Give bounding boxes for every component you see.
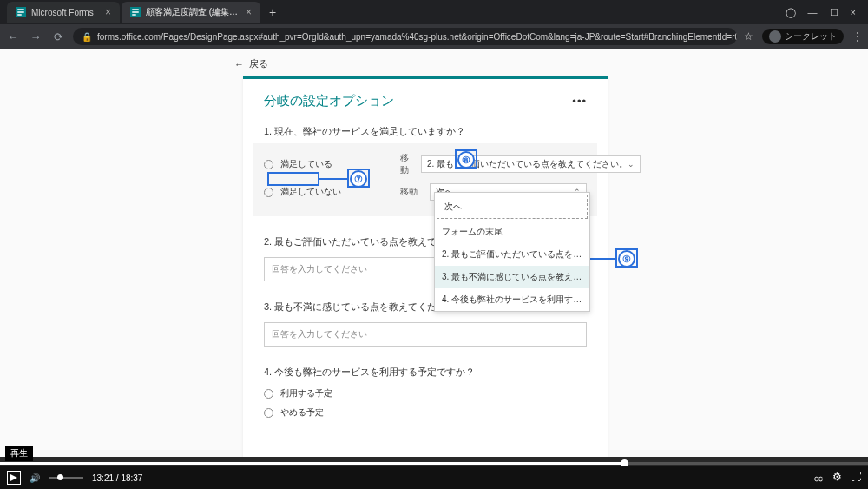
dropdown-item[interactable]: 2. 最もご評価いただいている点を教えてください。 <box>435 243 589 266</box>
card-title: 分岐の設定オプション <box>264 93 394 109</box>
option-row: 満足している 移動 2. 最もご評価いただいている点を教えてください。 ⌄ <box>264 152 587 176</box>
placeholder: 回答を入力してください <box>272 264 367 274</box>
option-row: 利用する予定 <box>264 387 587 400</box>
url-text: forms.office.com/Pages/DesignPage.aspx#a… <box>97 32 737 42</box>
goto-select[interactable]: 2. 最もご評価いただいている点を教えてください。 ⌄ <box>421 155 641 173</box>
video-scrubber[interactable] <box>0 462 868 465</box>
incognito-icon <box>769 30 781 43</box>
close-icon[interactable]: × <box>246 6 252 18</box>
radio-icon[interactable] <box>264 389 273 399</box>
back-label: 戻る <box>249 57 268 70</box>
arrow-left-icon: ← <box>234 59 244 69</box>
question-4: 4. 今後も弊社のサービスを利用する予定ですか？ 利用する予定 やめる予定 <box>264 366 587 419</box>
minimize-icon[interactable]: — <box>808 7 818 18</box>
menu-icon[interactable]: ⋮ <box>852 30 863 43</box>
play-button[interactable] <box>7 471 21 485</box>
svg-rect-5 <box>132 9 139 10</box>
new-tab-button[interactable]: + <box>262 5 283 19</box>
video-controls: 🔊 13:21 / 18:37 ㏄ ⚙ ⛶ <box>0 466 868 489</box>
tab-title: 顧客満足度調査 (編集) Microsoft <box>146 6 240 18</box>
annotation-number-7: ⑦ <box>350 170 367 188</box>
reload-icon[interactable]: ⟳ <box>50 30 66 43</box>
settings-icon[interactable]: ⚙ <box>832 471 842 486</box>
url-field[interactable]: 🔒 forms.office.com/Pages/DesignPage.aspx… <box>73 28 737 45</box>
star-icon[interactable]: ☆ <box>744 30 753 43</box>
back-link[interactable]: ← 戻る <box>234 57 268 70</box>
answer-input[interactable]: 回答を入力してください <box>264 322 587 347</box>
time-total: 18:37 <box>121 473 142 483</box>
maximize-icon[interactable]: ☐ <box>830 7 838 18</box>
option-label: 満足している <box>280 158 393 170</box>
goto-label: 移動 <box>400 152 409 176</box>
video-progress <box>0 462 625 465</box>
option-label: 利用する予定 <box>280 387 332 400</box>
tab-title: Microsoft Forms <box>31 8 100 17</box>
annotation-line <box>588 258 615 260</box>
volume-slider[interactable] <box>49 477 83 479</box>
svg-rect-7 <box>132 14 136 16</box>
more-icon[interactable]: ••• <box>572 95 587 108</box>
incognito-label: シークレット <box>785 30 837 43</box>
dropdown-item-selected[interactable]: 3. 最も不満に感じている点を教えてください。 <box>435 266 589 288</box>
forms-icon <box>130 7 141 17</box>
replay-label: 再生 <box>5 446 33 461</box>
goto-dropdown: 次へ フォームの末尾 2. 最もご評価いただいている点を教えてください。 3. … <box>434 192 590 312</box>
annotation-number-8: ⑧ <box>457 151 475 169</box>
volume-handle[interactable] <box>57 474 63 480</box>
option-label: やめる予定 <box>280 406 324 419</box>
volume-icon[interactable]: 🔊 <box>30 473 40 483</box>
svg-rect-2 <box>17 11 24 13</box>
radio-icon[interactable] <box>264 160 273 169</box>
window-controls: ◯ — ☐ × <box>786 7 861 18</box>
close-icon[interactable]: × <box>105 6 111 18</box>
question-title: 1. 現在、弊社のサービスを満足していますか？ <box>264 125 587 138</box>
page-content: ← 戻る 分岐の設定オプション ••• 1. 現在、弊社のサービスを満足していま… <box>0 49 868 457</box>
dropdown-item[interactable]: 4. 今後も弊社のサービスを利用する予定ですか？ <box>435 288 589 311</box>
browser-tab[interactable]: 顧客満足度調査 (編集) Microsoft × <box>122 2 260 23</box>
radio-icon[interactable] <box>264 408 273 418</box>
dropdown-item[interactable]: フォームの末尾 <box>435 221 589 243</box>
back-icon[interactable]: ← <box>5 30 21 43</box>
browser-tab-bar: Microsoft Forms × 顧客満足度調査 (編集) Microsoft… <box>0 0 868 24</box>
svg-rect-6 <box>132 11 139 13</box>
browser-tab[interactable]: Microsoft Forms × <box>7 2 120 23</box>
time-current: 13:21 <box>92 473 114 483</box>
forms-icon <box>16 7 26 17</box>
caption-icon[interactable]: ㏄ <box>813 471 824 486</box>
time-display: 13:21 / 18:37 <box>92 473 142 483</box>
fullscreen-icon[interactable]: ⛶ <box>851 471 861 486</box>
close-window-icon[interactable]: × <box>851 7 856 18</box>
chevron-down-icon: ⌄ <box>628 160 635 169</box>
option-label: 満足していない <box>280 186 393 198</box>
svg-marker-9 <box>10 474 17 481</box>
radio-icon[interactable] <box>264 188 273 197</box>
dropdown-item[interactable]: 次へ <box>437 195 588 219</box>
svg-rect-1 <box>17 9 24 10</box>
play-icon <box>10 474 17 481</box>
option-row: やめる予定 <box>264 406 587 419</box>
svg-rect-3 <box>17 14 22 16</box>
circle-icon[interactable]: ◯ <box>786 7 796 18</box>
annotation-line <box>319 178 347 180</box>
incognito-badge[interactable]: シークレット <box>762 29 844 44</box>
question-title: 4. 今後も弊社のサービスを利用する予定ですか？ <box>264 366 587 379</box>
annotation-number-9: ⑨ <box>618 250 635 268</box>
forward-icon[interactable]: → <box>28 30 43 43</box>
placeholder: 回答を入力してください <box>272 329 367 339</box>
goto-label: 移動 <box>400 186 418 198</box>
address-bar: ← → ⟳ 🔒 forms.office.com/Pages/DesignPag… <box>0 24 868 49</box>
